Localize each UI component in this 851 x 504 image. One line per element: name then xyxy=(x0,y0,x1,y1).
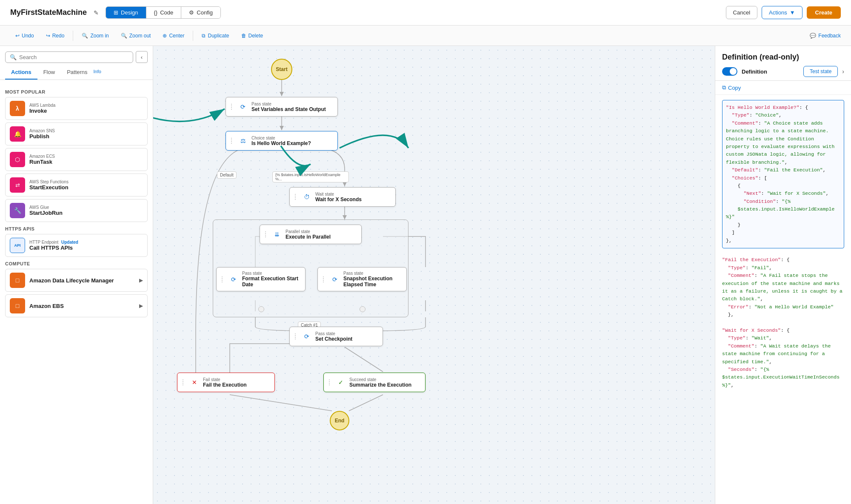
drag-handle xyxy=(295,330,298,342)
feedback-button[interactable]: 💬 Feedback xyxy=(810,33,841,39)
delete-button[interactable]: 🗑 Delete xyxy=(236,31,268,41)
node-label: Pass state Snapshot Execution Elapsed Ti… xyxy=(343,271,401,288)
ebs-icon: □ xyxy=(10,298,25,313)
toolbar-divider-2 xyxy=(193,31,193,41)
test-state-button[interactable]: Test state xyxy=(803,66,838,77)
toggle-knob xyxy=(730,68,737,75)
wait-state-icon: ⏱ xyxy=(302,192,312,202)
undo-button[interactable]: ↩ Undo xyxy=(10,31,39,41)
center-button[interactable]: ⊕ Center xyxy=(157,31,189,41)
definition-toggle[interactable] xyxy=(722,67,737,76)
duplicate-button[interactable]: ⧉ Duplicate xyxy=(197,31,234,41)
list-item[interactable]: ⇄ AWS Step Functions StartExecution xyxy=(5,174,148,196)
choice-state-icon: ⚖ xyxy=(238,136,248,146)
drag-handle xyxy=(295,191,298,203)
checkpoint-node[interactable]: ⟳ Pass state Set Checkpoint xyxy=(289,327,383,346)
search-input[interactable] xyxy=(19,54,129,60)
sns-info: Amazon SNS Publish xyxy=(29,128,143,140)
stepfunctions-icon: ⇄ xyxy=(10,177,25,193)
copy-icon: ⧉ xyxy=(722,84,726,91)
redo-icon: ↪ xyxy=(46,33,50,39)
http-info: HTTP Endpoint Updated Call HTTPS APIs xyxy=(29,240,143,251)
panel-tabs: Actions Flow Patterns Info xyxy=(0,65,153,80)
create-button[interactable]: Create xyxy=(807,6,841,19)
lambda-icon: λ xyxy=(10,101,25,116)
format-date-node[interactable]: ⟳ Pass state Format Execution Start Date xyxy=(216,267,306,291)
connector-1 xyxy=(258,306,264,312)
list-item[interactable]: 🔔 Amazon SNS Publish xyxy=(5,122,148,145)
header-left: MyFirstStateMachine ✎ ⊞ Design {} Code ⚙… xyxy=(10,6,221,19)
stepfunctions-info: AWS Step Functions StartExecution xyxy=(29,179,143,191)
definition-title: Definition (read-only) xyxy=(722,53,844,62)
list-item[interactable]: ⬡ Amazon ECS RunTask xyxy=(5,148,148,171)
collapse-panel-button[interactable]: ‹ xyxy=(136,51,148,63)
pass-state-icon: ⟳ xyxy=(238,102,248,112)
wait-node[interactable]: ⏱ Wait state Wait for X Seconds xyxy=(289,187,396,207)
dlm-info: Amazon Data Lifecycle Manager xyxy=(29,277,135,284)
ecs-icon: ⬡ xyxy=(10,152,25,167)
glue-info: AWS Glue StartJobRun xyxy=(29,205,143,216)
chevron-right-icon[interactable]: › xyxy=(842,68,844,75)
zoom-out-button[interactable]: 🔍 Zoom out xyxy=(116,31,156,41)
actions-chevron-icon: ▼ xyxy=(790,9,795,16)
search-input-wrap[interactable]: 🔍 xyxy=(5,51,133,63)
drag-handle xyxy=(183,376,186,388)
expand-icon: ▶ xyxy=(139,303,143,309)
node-label: Choice state Is Hello World Example? xyxy=(251,136,311,146)
list-item[interactable]: □ Amazon EBS ▶ xyxy=(5,294,148,317)
tab-design[interactable]: ⊞ Design xyxy=(106,7,146,18)
undo-icon: ↩ xyxy=(15,33,20,39)
pass-state-icon: ⟳ xyxy=(302,331,312,342)
succeed-node[interactable]: ✓ Succeed state Summarize the Execution xyxy=(323,373,426,392)
app-title: MyFirstStateMachine xyxy=(10,8,87,17)
fail-state-icon: ✕ xyxy=(189,377,200,387)
main-area: 🔍 ‹ Actions Flow Patterns Info MOST POPU… xyxy=(0,46,851,504)
header: MyFirstStateMachine ✎ ⊞ Design {} Code ⚙… xyxy=(0,0,851,26)
connector-2 xyxy=(360,306,366,312)
parallel-node[interactable]: ⇊ Parallel state Execute in Parallel xyxy=(260,225,362,244)
ecs-info: Amazon ECS RunTask xyxy=(29,154,143,165)
list-item[interactable]: λ AWS Lambda Invoke xyxy=(5,97,148,120)
drag-handle xyxy=(231,101,234,113)
parallel-state-icon: ⇊ xyxy=(272,229,282,239)
zoom-out-icon: 🔍 xyxy=(121,33,127,39)
panel-content: MOST POPULAR λ AWS Lambda Invoke 🔔 Amazo… xyxy=(0,80,153,504)
node-label: Pass state Set Variables and State Outpu… xyxy=(251,102,326,112)
zoom-in-button[interactable]: 🔍 Zoom in xyxy=(77,31,114,41)
list-item[interactable]: □ Amazon Data Lifecycle Manager ▶ xyxy=(5,269,148,292)
actions-button[interactable]: Actions ▼ xyxy=(762,6,802,19)
node-label: Parallel state Execute in Parallel xyxy=(286,229,331,240)
choice-node[interactable]: ⚖ Choice state Is Hello World Example? xyxy=(226,131,338,151)
sns-icon: 🔔 xyxy=(10,126,25,142)
node-label: Fail state Fail the Execution xyxy=(203,377,247,388)
cancel-button[interactable]: Cancel xyxy=(726,6,757,19)
code-tab-icon: {} xyxy=(154,9,158,16)
most-popular-label: MOST POPULAR xyxy=(5,89,148,94)
pass-state-icon: ⟳ xyxy=(228,274,239,285)
node-label: Wait state Wait for X Seconds xyxy=(315,192,362,202)
start-node: Start xyxy=(271,59,292,80)
code-block: "Is Hello World Example?": { "Type": "Ch… xyxy=(715,95,851,504)
edit-icon[interactable]: ✎ xyxy=(94,9,99,16)
tab-code[interactable]: {} Code xyxy=(146,7,182,18)
list-item[interactable]: 🔧 AWS Glue StartJobRun xyxy=(5,199,148,222)
toolbar-divider-1 xyxy=(73,31,73,41)
tab-config[interactable]: ⚙ Config xyxy=(181,7,220,18)
list-item[interactable]: API HTTP Endpoint Updated Call HTTPS API… xyxy=(5,234,148,257)
drag-handle xyxy=(222,273,225,285)
tab-info[interactable]: Info xyxy=(94,65,107,80)
fail-node[interactable]: ✕ Fail state Fail the Execution xyxy=(177,373,275,392)
set-variables-node[interactable]: ⟳ Pass state Set Variables and State Out… xyxy=(226,97,338,117)
http-icon: API xyxy=(10,238,25,253)
svg-line-6 xyxy=(349,395,383,411)
redo-button[interactable]: ↪ Redo xyxy=(41,31,70,41)
tab-flow[interactable]: Flow xyxy=(37,65,61,80)
copy-button[interactable]: ⧉ Copy xyxy=(722,84,741,91)
center-icon: ⊕ xyxy=(163,33,167,39)
snapshot-node[interactable]: ⟳ Pass state Snapshot Execution Elapsed … xyxy=(317,267,407,291)
drag-handle xyxy=(231,135,234,147)
tab-patterns[interactable]: Patterns xyxy=(61,65,93,80)
toggle-row: Definition Test state › xyxy=(722,66,844,77)
flow-canvas[interactable]: Start ⟳ Pass state Set Variables and Sta… xyxy=(153,46,715,504)
tab-actions[interactable]: Actions xyxy=(5,65,37,80)
